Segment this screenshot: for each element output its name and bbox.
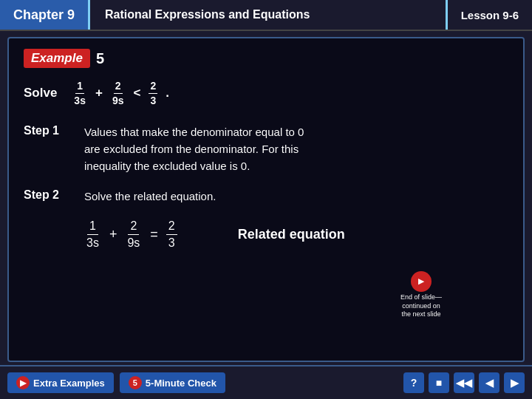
- end-of-slide-text: End of slide— continued on the next slid…: [400, 293, 442, 319]
- back-button[interactable]: ◀: [479, 372, 499, 393]
- big-fraction-1: 1 3s: [84, 219, 101, 252]
- extra-examples-button[interactable]: ▶ Extra Examples: [7, 372, 114, 393]
- related-equation: 1 3s + 2 9s = 2 3: [83, 219, 179, 252]
- help-button[interactable]: ?: [403, 372, 424, 393]
- bottom-bar: ▶ Extra Examples 5 5-Minute Check ? ■ ◀◀…: [0, 365, 532, 399]
- period: .: [166, 86, 169, 100]
- example-number: 5: [96, 50, 104, 67]
- five-minute-check-button[interactable]: 5 5-Minute Check: [120, 372, 225, 393]
- lesson-title: Rational Expressions and Equations: [90, 0, 446, 30]
- fraction-2: 2 9s: [111, 80, 126, 107]
- big-equals: =: [150, 227, 158, 242]
- header: Chapter 9 Rational Expressions and Equat…: [0, 0, 532, 31]
- step-2-label: Step 2: [24, 188, 71, 202]
- example-badge: Example 5: [24, 49, 508, 68]
- rewind-button[interactable]: ◀◀: [454, 372, 474, 393]
- end-of-slide: ▶ End of slide— continued on the next sl…: [400, 271, 442, 319]
- step-2-text: Solve the related equation.: [84, 188, 216, 205]
- big-fraction-3: 2 3: [166, 219, 177, 252]
- example-label: Example: [24, 49, 90, 68]
- step-1-label: Step 1: [24, 123, 71, 137]
- equation-section: 1 3s + 2 9s = 2 3 Related equation: [24, 219, 508, 252]
- stop-button[interactable]: ■: [429, 372, 449, 393]
- related-equation-label: Related equation: [238, 227, 345, 242]
- extra-examples-icon: ▶: [16, 376, 30, 389]
- five-minute-check-icon: 5: [129, 376, 142, 389]
- solve-expression: Solve 1 3s + 2 9s < 2 3 .: [24, 80, 508, 107]
- bottom-left-buttons: ▶ Extra Examples 5 5-Minute Check: [7, 372, 225, 393]
- big-plus: +: [109, 227, 117, 242]
- lesson-label: Lesson 9-6: [446, 0, 532, 30]
- fraction-3: 2 3: [149, 80, 157, 107]
- step-2-row: Step 2 Solve the related equation.: [24, 188, 508, 205]
- less-than-op: <: [133, 86, 140, 100]
- forward-button[interactable]: ▶: [504, 372, 525, 393]
- step-1-text: Values that make the denominator equal t…: [84, 123, 304, 175]
- chapter-label: Chapter 9: [0, 0, 90, 30]
- big-fraction-2: 2 9s: [125, 219, 142, 252]
- nav-buttons: ? ■ ◀◀ ◀ ▶: [403, 372, 525, 393]
- step-1-row: Step 1 Values that make the denominator …: [24, 123, 508, 175]
- plus-op-1: +: [95, 86, 103, 100]
- fraction-1: 1 3s: [72, 80, 87, 107]
- main-content: Example 5 Solve 1 3s + 2 9s < 2 3 . Step…: [7, 37, 525, 362]
- solve-prefix: Solve: [24, 86, 57, 100]
- end-of-slide-icon: ▶: [411, 271, 432, 292]
